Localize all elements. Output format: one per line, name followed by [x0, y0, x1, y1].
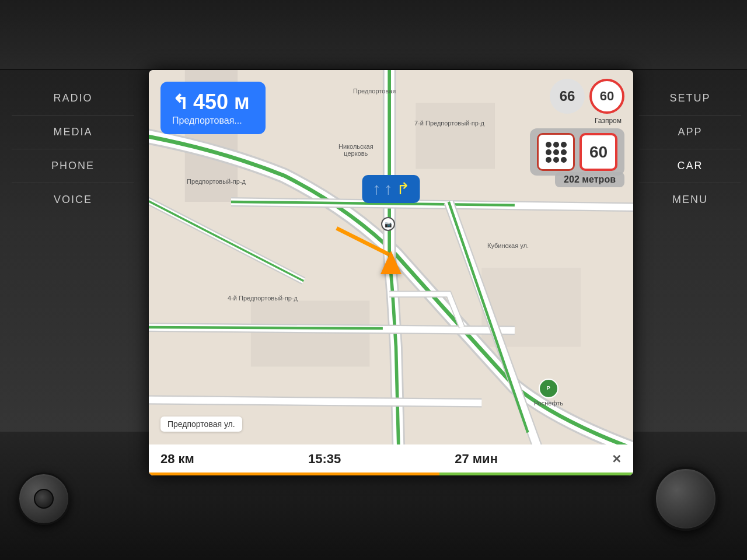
gazprom-label: Газпром	[595, 117, 622, 125]
svg-rect-3	[251, 301, 369, 367]
map-area[interactable]: КАД Предпортовая Никольскаяцерковь 7-й П…	[149, 70, 633, 475]
top-bar	[0, 0, 747, 70]
rosneft-icon: Р	[539, 379, 558, 398]
speed-row-top: 66 60	[550, 79, 624, 114]
phone-button[interactable]: PHONE	[12, 149, 134, 183]
dashboard: RADIO MEDIA PHONE VOICE SETUP APP CAR ME…	[0, 0, 747, 560]
rosneft-label: Роснефть	[534, 400, 563, 407]
grid-dot-4	[546, 149, 551, 155]
app-button[interactable]: APP	[639, 116, 741, 149]
nav-street-name: Предпортовая...	[172, 116, 254, 126]
camera-icon-box	[537, 133, 575, 171]
route-duration: 27 мин	[455, 452, 498, 467]
speed-panel: 66 60 Газпром	[550, 79, 624, 125]
camera-speed-limit: 60	[580, 133, 617, 171]
lane-arrow-2: ↑	[385, 181, 393, 197]
nikolskaya-label: Никольскаяцерковь	[338, 143, 374, 157]
media-button[interactable]: MEDIA	[12, 116, 134, 149]
distance-value: 450 м	[193, 90, 250, 114]
grid-dot-1	[546, 142, 551, 148]
route-progress-bar	[149, 473, 633, 475]
menu-button[interactable]: MENU	[639, 183, 741, 216]
camera-grid-icon	[546, 142, 567, 163]
right-panel: SETUP APP CAR MENU	[633, 76, 747, 222]
left-panel: RADIO MEDIA PHONE VOICE	[0, 76, 146, 222]
current-street-bar: Предпортовая ул.	[160, 416, 242, 432]
nav-distance-row: ↰ 450 м	[172, 90, 254, 114]
current-speed: 66	[550, 79, 585, 114]
lane-arrow-turn: ↱	[396, 181, 410, 197]
grid-dot-8	[553, 157, 559, 163]
main-screen: КАД Предпортовая Никольскаяцерковь 7-й П…	[149, 70, 633, 475]
car-button[interactable]: CAR	[639, 149, 741, 183]
power-knob[interactable]	[18, 473, 70, 525]
setup-button[interactable]: SETUP	[639, 82, 741, 116]
nav-instruction: ↰ 450 м Предпортовая...	[160, 82, 266, 134]
svg-rect-2	[416, 103, 495, 169]
turn-arrow-icon: ↰	[172, 90, 189, 114]
close-route-button[interactable]: ✕	[612, 452, 622, 466]
4th-predportovy-label: 4-й Предпортовый-пр-д	[228, 295, 298, 302]
rosneft-poi[interactable]: Р Роснефть	[534, 379, 563, 405]
grid-dot-3	[561, 142, 567, 148]
predportovaya-label: Предпортовая	[353, 88, 396, 94]
lane-indicator: ↑ ↑ ↱	[362, 175, 420, 203]
kubinskaya-label: Кубинская ул.	[487, 242, 529, 249]
radio-button[interactable]: RADIO	[12, 82, 134, 116]
predportovy-label: Предпортовый-пр-д	[187, 178, 246, 185]
route-arrival-time: 15:35	[308, 452, 341, 467]
grid-dot-2	[553, 142, 559, 148]
grid-dot-7	[546, 157, 551, 163]
grid-dot-9	[561, 157, 567, 163]
speed-limit-sign-small: 60	[589, 79, 624, 114]
route-info-bar: 28 км 15:35 27 мин ✕	[149, 444, 633, 475]
route-distance: 28 км	[160, 452, 194, 467]
grid-dot-5	[553, 149, 559, 155]
lane-arrow-1: ↑	[373, 181, 381, 197]
7th-predportovy-label: 7-й Предпортовый-пр-д	[414, 120, 484, 127]
volume-knob[interactable]	[654, 467, 718, 531]
grid-dot-6	[561, 149, 567, 155]
camera-distance: 202 метров	[555, 172, 624, 187]
car-position-marker	[381, 251, 402, 274]
voice-button[interactable]: VOICE	[12, 183, 134, 216]
camera-speed-panel: 60	[530, 128, 624, 176]
